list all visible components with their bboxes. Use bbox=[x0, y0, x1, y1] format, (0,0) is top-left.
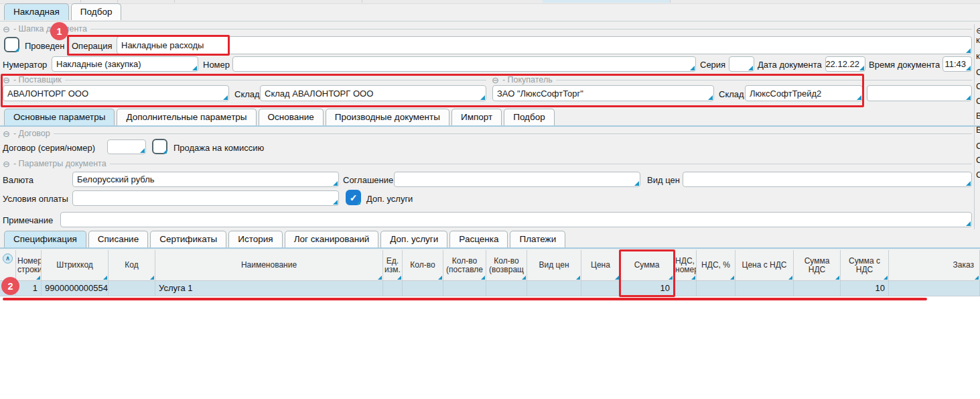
column-header-2[interactable]: Код bbox=[109, 250, 155, 280]
posted-label: Проведен bbox=[25, 41, 65, 51]
operation-field[interactable]: Накладные расходы bbox=[117, 36, 972, 54]
note-field[interactable] bbox=[60, 212, 972, 227]
window-tab-1[interactable]: Подбор bbox=[71, 3, 122, 20]
cell-16[interactable] bbox=[889, 281, 980, 296]
column-header-label: НДС, номер bbox=[675, 257, 695, 274]
sort-filter-triangle-icon[interactable] bbox=[378, 276, 382, 280]
number-field[interactable] bbox=[232, 56, 696, 72]
sort-filter-triangle-icon[interactable] bbox=[438, 276, 442, 280]
top-splitter-strip bbox=[0, 0, 980, 4]
spec-tab-1[interactable]: Списание bbox=[88, 231, 148, 247]
clipped-label: С bbox=[976, 170, 980, 180]
param-tab-2[interactable]: Основание bbox=[259, 109, 324, 125]
spec-tab-5[interactable]: Доп. услуги bbox=[380, 231, 447, 247]
spec-tab-4[interactable]: Лог сканирований bbox=[285, 231, 379, 247]
column-header-5[interactable]: Кол-во bbox=[403, 250, 443, 280]
sort-filter-triangle-icon[interactable] bbox=[36, 276, 40, 280]
currency-field[interactable]: Белорусский рубль bbox=[72, 172, 339, 187]
column-header-16[interactable]: Заказ bbox=[889, 250, 980, 280]
collapse-group-icon[interactable]: ⊖ bbox=[3, 129, 10, 138]
sort-filter-triangle-icon[interactable] bbox=[884, 276, 888, 280]
annotation-rect-summa-column bbox=[619, 249, 675, 297]
param-tab-3[interactable]: Производные документы bbox=[326, 109, 449, 125]
clipped-label: к bbox=[976, 51, 980, 62]
param-tab-4[interactable]: Импорт bbox=[451, 109, 502, 125]
cell-9[interactable] bbox=[581, 281, 620, 296]
column-header-9[interactable]: Цена bbox=[581, 250, 620, 280]
spec-tab-0[interactable]: Спецификация bbox=[4, 231, 86, 247]
spec-tab-6[interactable]: Расценка bbox=[449, 231, 508, 247]
grid-collapse-button[interactable]: ∧ bbox=[3, 253, 13, 264]
spec-tab-3[interactable]: История bbox=[228, 231, 282, 247]
extra-services-checkbox[interactable]: ✓ bbox=[346, 190, 361, 205]
posted-checkbox[interactable] bbox=[4, 37, 19, 52]
document-date-field[interactable]: 22.12.22 bbox=[825, 56, 865, 72]
param-tab-1[interactable]: Дополнительные параметры bbox=[117, 109, 256, 125]
collapse-group-icon[interactable]: ⊖ bbox=[3, 160, 10, 168]
column-header-13[interactable]: Цена с НДС bbox=[736, 250, 794, 280]
commission-checkbox[interactable] bbox=[152, 139, 167, 154]
cell-3[interactable]: Услуга 1 bbox=[155, 281, 383, 296]
column-header-12[interactable]: НДС, % bbox=[697, 250, 736, 280]
numerator-field[interactable]: Накладные (закупка) bbox=[52, 56, 198, 72]
buyer-extra-field[interactable] bbox=[867, 85, 972, 101]
column-header-label: Наименование bbox=[157, 261, 381, 270]
document-time-field[interactable]: 11:43 bbox=[942, 56, 972, 72]
sort-filter-triangle-icon[interactable] bbox=[397, 276, 401, 280]
column-header-4[interactable]: Ед. изм. bbox=[383, 250, 403, 280]
column-header-0[interactable]: Номер строки bbox=[16, 250, 42, 280]
spec-tab-2[interactable]: Сертификаты bbox=[150, 231, 226, 247]
agreement-field[interactable] bbox=[394, 172, 640, 187]
top-strip-highlight bbox=[543, 0, 670, 3]
column-header-3[interactable]: Наименование bbox=[155, 250, 383, 280]
cell-7[interactable] bbox=[486, 281, 527, 296]
sort-filter-triangle-icon[interactable] bbox=[691, 276, 695, 280]
param-tab-5[interactable]: Подбор bbox=[504, 109, 555, 125]
sort-filter-triangle-icon[interactable] bbox=[788, 276, 792, 280]
cell-14[interactable] bbox=[794, 281, 841, 296]
sort-filter-triangle-icon[interactable] bbox=[522, 276, 526, 280]
cell-6[interactable] bbox=[443, 281, 486, 296]
column-header-label: Цена с НДС bbox=[737, 261, 792, 270]
series-field[interactable] bbox=[729, 56, 754, 72]
cell-8[interactable] bbox=[527, 281, 581, 296]
param-tab-0[interactable]: Основные параметры bbox=[4, 109, 115, 125]
cell-1[interactable]: 9900000000554 bbox=[42, 281, 109, 296]
extra-services-label: Доп. услуги bbox=[366, 194, 413, 204]
contract-number-label: Договор (серия/номер) bbox=[3, 143, 95, 153]
cell-5[interactable] bbox=[403, 281, 443, 296]
column-header-11[interactable]: НДС, номер bbox=[674, 250, 697, 280]
sort-filter-triangle-icon[interactable] bbox=[835, 276, 839, 280]
cell-13[interactable] bbox=[736, 281, 794, 296]
column-header-14[interactable]: Сумма НДС bbox=[794, 250, 841, 280]
cell-0[interactable]: 1 bbox=[16, 281, 42, 296]
collapse-group-icon[interactable]: ⊖ bbox=[3, 25, 10, 34]
cell-4[interactable] bbox=[383, 281, 403, 296]
price-kind-field[interactable] bbox=[683, 172, 972, 187]
sort-filter-triangle-icon[interactable] bbox=[975, 276, 979, 280]
column-header-1[interactable]: Штрихкод bbox=[42, 250, 109, 280]
sort-filter-triangle-icon[interactable] bbox=[103, 276, 107, 280]
sort-filter-triangle-icon[interactable] bbox=[150, 276, 154, 280]
spec-tab-7[interactable]: Платежи bbox=[510, 231, 565, 247]
column-header-7[interactable]: Кол-во (возвращ bbox=[486, 250, 527, 280]
window-tab-0[interactable]: Накладная bbox=[4, 3, 69, 20]
cell-11[interactable] bbox=[674, 281, 697, 296]
cell-12[interactable] bbox=[697, 281, 736, 296]
table-row[interactable]: 19900000000554Услуга 11010 bbox=[0, 281, 980, 296]
cell-15[interactable]: 10 bbox=[841, 281, 889, 296]
contract-number-field[interactable] bbox=[107, 139, 146, 154]
annotation-badge-1: 1 bbox=[50, 22, 68, 40]
document-tabbar: НакладнаяПодбор bbox=[4, 3, 121, 20]
sort-filter-triangle-icon[interactable] bbox=[481, 276, 485, 280]
payment-terms-field[interactable] bbox=[72, 190, 339, 206]
column-header-6[interactable]: Кол-во (поставле bbox=[443, 250, 486, 280]
column-header-label: Кол-во bbox=[404, 261, 441, 270]
column-header-8[interactable]: Вид цен bbox=[527, 250, 581, 280]
annotation-rect-operation bbox=[67, 35, 230, 56]
sort-filter-triangle-icon[interactable] bbox=[730, 276, 734, 280]
column-header-15[interactable]: Сумма с НДС bbox=[841, 250, 889, 280]
column-header-label: Кол-во (возвращ bbox=[488, 257, 525, 274]
cell-2[interactable] bbox=[109, 281, 155, 296]
sort-filter-triangle-icon[interactable] bbox=[576, 276, 580, 280]
